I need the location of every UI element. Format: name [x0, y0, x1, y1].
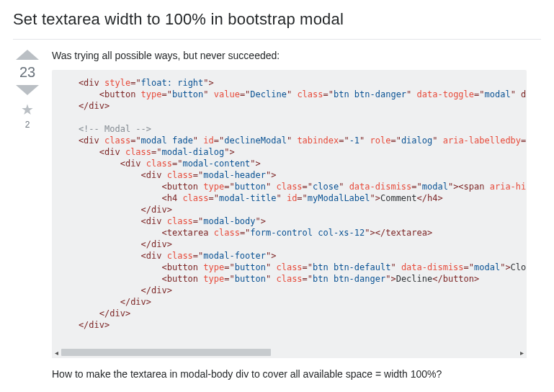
question-lead-text: Was trying all possible ways, but never …: [52, 50, 541, 61]
scroll-left-icon[interactable]: ◂: [55, 349, 58, 357]
question-post: 23 ★ 2 Was trying all possible ways, but…: [13, 48, 541, 380]
downvote-icon[interactable]: [16, 85, 39, 95]
horizontal-scrollbar[interactable]: ◂ ▸: [52, 348, 527, 358]
page-title: Set textarea width to 100% in bootstrap …: [13, 10, 541, 29]
question-body: Was trying all possible ways, but never …: [52, 48, 541, 380]
divider: [13, 39, 541, 40]
favorite-count: 2: [25, 120, 30, 130]
favorite-star-icon[interactable]: ★: [21, 102, 34, 117]
upvote-icon[interactable]: [16, 50, 39, 60]
question-follow-text: How to make the textarea in modal-body d…: [52, 368, 541, 380]
vote-score: 23: [19, 64, 35, 81]
code-content: <div style="float: right"> <button type=…: [52, 70, 527, 339]
code-block: <div style="float: right"> <button type=…: [52, 70, 527, 358]
scroll-thumb[interactable]: [61, 349, 271, 356]
vote-column: 23 ★ 2: [13, 48, 42, 380]
scroll-right-icon[interactable]: ▸: [520, 349, 524, 357]
scroll-track[interactable]: [61, 349, 517, 356]
